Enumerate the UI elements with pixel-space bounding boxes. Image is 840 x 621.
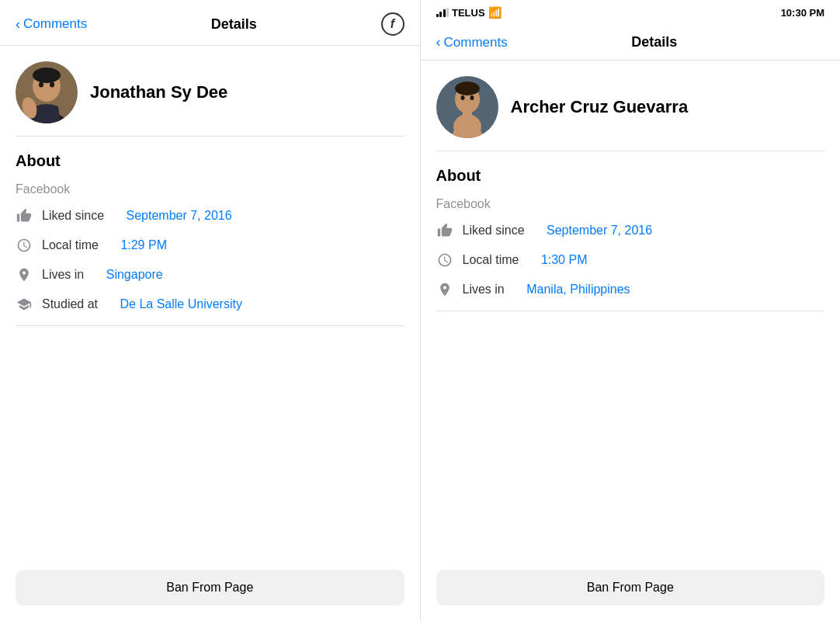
wifi-icon: 📶 — [488, 6, 502, 19]
location-icon — [16, 266, 33, 283]
svg-point-15 — [453, 114, 481, 138]
right-panel: TELUS 📶 10:30 PM ‹ Comments Details — [421, 0, 841, 621]
left-local-time-value: 1:29 PM — [120, 238, 167, 252]
left-profile-name: Jonathan Sy Dee — [90, 82, 227, 102]
left-back-button[interactable]: ‹ Comments — [16, 16, 87, 33]
left-local-time-label: Local time — [42, 238, 99, 252]
right-panel-content: Archer Cruz Guevarra About Facebook Like… — [421, 61, 841, 621]
left-lives-in: Lives in Singapore — [16, 266, 404, 283]
left-panel-content: Jonathan Sy Dee About Facebook Liked sin… — [0, 46, 420, 621]
left-header-title: Details — [211, 16, 257, 33]
right-thumbs-up-icon — [436, 222, 453, 239]
left-lives-in-value: Singapore — [106, 268, 163, 282]
left-liked-since-date: September 7, 2016 — [127, 209, 232, 223]
svg-point-13 — [470, 95, 474, 100]
right-profile-section: Archer Cruz Guevarra — [421, 61, 841, 151]
right-liked-since-date: September 7, 2016 — [547, 224, 652, 238]
svg-point-12 — [460, 95, 464, 100]
left-about-title: About — [16, 152, 404, 170]
right-lives-in-label: Lives in — [463, 283, 505, 297]
left-back-label: Comments — [23, 16, 87, 32]
left-studied-at-value: De La Salle University — [120, 297, 242, 311]
status-bar: TELUS 📶 10:30 PM — [421, 0, 841, 22]
fb-circle-icon: f — [381, 12, 404, 36]
left-studied-at-label: Studied at — [42, 297, 98, 311]
left-profile-section: Jonathan Sy Dee — [0, 46, 420, 136]
right-liked-since-label: Liked since — [463, 224, 525, 238]
right-clock-icon — [436, 252, 453, 269]
right-ban-container: Ban From Page — [421, 554, 841, 621]
signal-bar-3 — [443, 9, 446, 17]
signal-bar-2 — [439, 12, 442, 17]
right-local-time: Local time 1:30 PM — [436, 252, 825, 269]
left-liked-since-label: Liked since — [42, 209, 104, 223]
signal-bars — [436, 8, 450, 17]
right-divider-2 — [436, 310, 825, 311]
right-profile-name: Archer Cruz Guevarra — [511, 97, 689, 117]
right-about-section: About Facebook Liked since September 7, … — [421, 151, 841, 310]
svg-point-5 — [39, 82, 43, 88]
left-avatar-image — [16, 61, 78, 123]
right-ban-button[interactable]: Ban From Page — [436, 570, 825, 605]
left-header: ‹ Comments Details f — [0, 0, 420, 46]
right-local-time-label: Local time — [463, 253, 519, 267]
chevron-left-icon-right: ‹ — [436, 34, 441, 50]
status-time: 10:30 PM — [781, 7, 824, 19]
right-avatar — [436, 76, 498, 138]
graduation-icon — [16, 296, 33, 313]
left-ban-button[interactable]: Ban From Page — [16, 570, 404, 605]
right-about-title: About — [436, 167, 825, 185]
left-liked-since: Liked since September 7, 2016 — [16, 207, 404, 224]
svg-point-11 — [455, 82, 480, 95]
chevron-left-icon: ‹ — [16, 16, 20, 33]
left-panel: ‹ Comments Details f — [0, 0, 421, 621]
right-platform: Facebook — [436, 197, 825, 211]
right-avatar-image — [436, 76, 498, 138]
left-ban-container: Ban From Page — [0, 554, 420, 621]
svg-point-6 — [50, 82, 54, 88]
right-back-button[interactable]: ‹ Comments — [436, 34, 508, 50]
right-header-title: Details — [631, 34, 677, 50]
facebook-icon[interactable]: f — [381, 12, 404, 36]
signal-bar-1 — [436, 14, 439, 17]
left-studied-at: Studied at De La Salle University — [16, 296, 404, 313]
left-platform: Facebook — [16, 182, 404, 196]
svg-point-4 — [33, 68, 61, 83]
right-local-time-value: 1:30 PM — [541, 253, 588, 267]
left-local-time: Local time 1:29 PM — [16, 237, 404, 254]
right-back-label: Comments — [444, 35, 508, 50]
right-location-icon — [436, 281, 453, 298]
left-divider-2 — [16, 325, 404, 326]
left-avatar — [16, 61, 78, 123]
right-header: ‹ Comments Details — [421, 22, 841, 61]
left-lives-in-label: Lives in — [42, 268, 84, 282]
thumbs-up-icon — [16, 207, 33, 224]
right-liked-since: Liked since September 7, 2016 — [436, 222, 825, 239]
carrier-name: TELUS — [452, 7, 485, 19]
signal-bar-4 — [446, 8, 449, 17]
right-lives-in: Lives in Manila, Philippines — [436, 281, 825, 298]
left-about-section: About Facebook Liked since September 7, … — [0, 137, 420, 325]
right-lives-in-value: Manila, Philippines — [526, 283, 630, 297]
status-left: TELUS 📶 — [436, 6, 502, 19]
clock-icon — [16, 237, 33, 254]
